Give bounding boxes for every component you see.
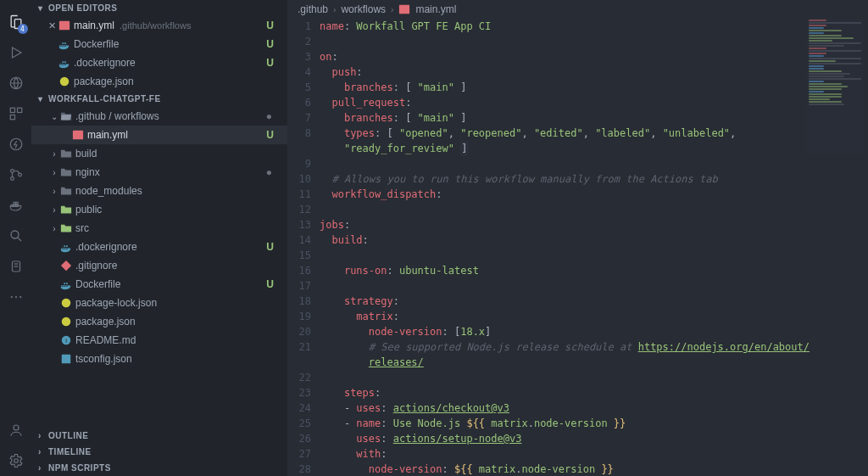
file-label: src: [75, 222, 89, 234]
tree-item[interactable]: DockerfileU: [31, 275, 287, 294]
code-line[interactable]: [320, 370, 861, 385]
tree-item[interactable]: ›public: [31, 200, 287, 219]
json-icon: [60, 316, 75, 328]
open-editor-item[interactable]: ✕main.yml.github/workflowsU: [31, 16, 287, 35]
activity-bar: [0, 0, 31, 476]
editor-body[interactable]: 1234567891011121314151617181920212223242…: [287, 19, 868, 476]
twisty-icon: ›: [48, 187, 60, 196]
thunder-icon[interactable]: [4, 132, 28, 156]
code-line[interactable]: jobs:: [320, 217, 861, 232]
tree-item[interactable]: .dockerignoreU: [31, 238, 287, 256]
folder-src-icon: [60, 222, 75, 234]
tree-item[interactable]: ›build: [31, 144, 287, 163]
breadcrumb[interactable]: .github›workflows›main.yml: [287, 0, 868, 19]
code-line[interactable]: # Allows you to run this workflow manual…: [320, 171, 861, 187]
json-icon: [58, 76, 74, 87]
code-line[interactable]: push:: [320, 64, 861, 80]
code-line[interactable]: strategy:: [320, 294, 861, 309]
twisty-icon: ›: [48, 224, 60, 233]
tree-item[interactable]: .gitignore: [31, 256, 287, 275]
breadcrumb-item[interactable]: .github: [298, 3, 328, 15]
svg-point-16: [19, 296, 21, 298]
extensions-icon[interactable]: [4, 102, 28, 126]
tree-item[interactable]: tsconfig.json: [31, 350, 287, 368]
code-line[interactable]: with:: [320, 446, 861, 462]
code-line[interactable]: - name: Use Node.js ${{ matrix.node-vers…: [320, 416, 861, 431]
tree-item[interactable]: ›src: [31, 219, 287, 238]
code-line[interactable]: on:: [320, 49, 861, 64]
code-line[interactable]: name: Workfall GPT FE App CI: [320, 19, 861, 34]
file-label: node_modules: [75, 185, 142, 197]
section-header[interactable]: ›TIMELINE: [31, 444, 287, 460]
line-number: 16: [287, 263, 311, 278]
remote-icon[interactable]: [4, 71, 28, 95]
code-line[interactable]: matrix:: [320, 309, 861, 324]
folder-src-icon: [60, 204, 75, 216]
editor: .github›workflows›main.yml 1234567891011…: [287, 0, 868, 476]
tree-item[interactable]: ›nginx●: [31, 163, 287, 182]
open-editor-item[interactable]: .dockerignoreU: [31, 53, 287, 72]
code-line[interactable]: [320, 34, 861, 49]
breadcrumb-item[interactable]: workflows: [341, 3, 386, 15]
git-icon[interactable]: [4, 163, 28, 187]
file-tree: ⌄.github / workflows●main.ymlU›build›ngi…: [31, 107, 287, 428]
code-line[interactable]: build:: [320, 232, 861, 248]
tree-item[interactable]: ›node_modules: [31, 182, 287, 200]
section-header[interactable]: ›OUTLINE: [31, 428, 287, 444]
code-line[interactable]: branches: [ "main" ]: [320, 110, 861, 126]
code-line[interactable]: types: [ "opened", "reopened", "edited",…: [320, 126, 861, 141]
file-label: package.json: [74, 76, 134, 87]
code-line[interactable]: pull_request:: [320, 95, 861, 110]
code-line[interactable]: branches: [ "main" ]: [320, 80, 861, 95]
yml-icon: [58, 20, 74, 31]
file-label: package-lock.json: [75, 297, 157, 309]
code-line[interactable]: [320, 156, 861, 171]
project-header[interactable]: ▾ WORKFALL-CHATGPT-FE: [31, 91, 287, 107]
line-number: 22: [287, 370, 311, 385]
status-badge: U: [266, 278, 282, 290]
close-icon[interactable]: ✕: [45, 20, 58, 31]
docker-icon[interactable]: [4, 193, 28, 217]
tree-item[interactable]: package.json: [31, 312, 287, 331]
open-editor-item[interactable]: package.json: [31, 72, 287, 91]
tree-item[interactable]: iREADME.md: [31, 331, 287, 350]
account-icon[interactable]: [4, 418, 28, 442]
code-line[interactable]: - uses: actions/checkout@v3: [320, 400, 861, 416]
code-line[interactable]: node-version: ${{ matrix.node-version }}: [320, 462, 861, 476]
code-line[interactable]: runs-on: ubuntu-latest: [320, 263, 861, 278]
code-line[interactable]: node-version: [18.x]: [320, 324, 861, 339]
line-number: 18: [287, 294, 311, 309]
section-header[interactable]: ›NPM SCRIPTS: [31, 460, 287, 476]
code-line[interactable]: [320, 202, 861, 217]
line-number: 21: [287, 339, 311, 355]
docker-icon: [60, 241, 75, 253]
docker-icon: [58, 57, 74, 69]
tree-item[interactable]: package-lock.json: [31, 294, 287, 312]
tree-item[interactable]: main.ymlU: [31, 126, 287, 144]
code-line[interactable]: [320, 278, 861, 294]
gear-icon[interactable]: [4, 449, 28, 473]
explorer-icon[interactable]: [4, 10, 28, 34]
more-icon[interactable]: [4, 285, 28, 309]
git-icon: [60, 260, 75, 272]
code-line[interactable]: "ready_for_review" ]: [320, 141, 861, 156]
code-line[interactable]: uses: actions/setup-node@v3: [320, 431, 861, 446]
code-content[interactable]: name: Workfall GPT FE App CI on: push: b…: [320, 19, 868, 476]
run-icon[interactable]: [4, 41, 28, 64]
line-number: 5: [287, 80, 311, 95]
code-line[interactable]: steps:: [320, 385, 861, 400]
search-icon[interactable]: [4, 224, 28, 248]
code-line[interactable]: [320, 248, 861, 263]
sidebar: ▾ OPEN EDITORS ✕main.yml.github/workflow…: [31, 0, 287, 476]
code-line[interactable]: # See supported Node.js release schedule…: [320, 339, 861, 355]
minimap[interactable]: [805, 19, 865, 154]
svg-rect-27: [399, 5, 409, 14]
open-editors-header[interactable]: ▾ OPEN EDITORS: [31, 0, 287, 16]
code-line[interactable]: releases/: [320, 355, 861, 370]
open-editor-item[interactable]: DockerfileU: [31, 35, 287, 53]
code-line[interactable]: workflow_dispatch:: [320, 187, 861, 202]
tree-item[interactable]: ⌄.github / workflows●: [31, 107, 287, 126]
database-icon[interactable]: [4, 255, 28, 278]
breadcrumb-item[interactable]: main.yml: [415, 3, 456, 15]
line-number: 8: [287, 126, 311, 141]
